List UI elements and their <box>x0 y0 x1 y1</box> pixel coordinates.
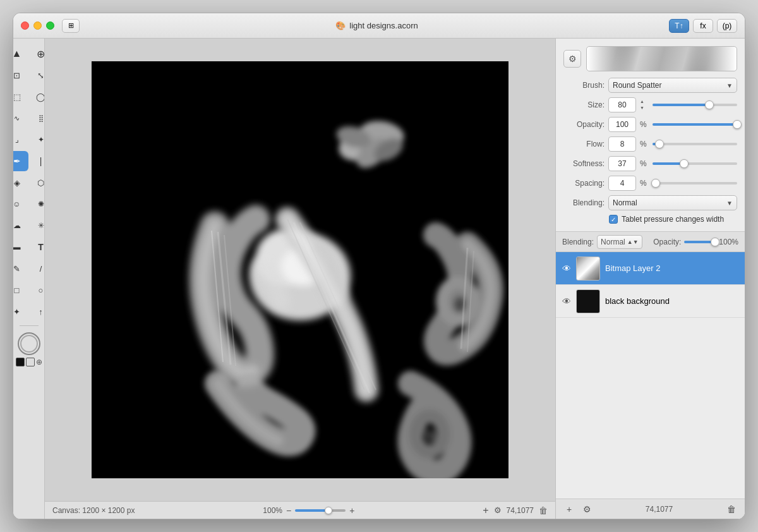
size-label: Size: <box>563 100 605 109</box>
opacity-row: Opacity: 100 % <box>563 117 737 132</box>
color-well[interactable] <box>18 332 40 355</box>
magic-wand-tool[interactable]: ⌟ <box>13 130 28 150</box>
layer-thumb-black <box>577 290 599 313</box>
size-down[interactable]: ▼ <box>640 105 649 111</box>
layers-blending-arrow: ▲▼ <box>627 239 639 245</box>
black-swatch[interactable] <box>16 358 25 366</box>
lasso-tool[interactable]: ∿ <box>13 108 28 128</box>
size-slider[interactable] <box>653 104 737 106</box>
blur-tool[interactable]: ✳ <box>30 215 45 236</box>
zoom-level: 100% <box>263 506 282 515</box>
p-button[interactable]: (p) <box>717 19 737 33</box>
settings-icon[interactable]: ⚙ <box>494 505 502 515</box>
close-button[interactable] <box>21 21 29 30</box>
zoom-tool[interactable]: ⊕ <box>30 44 45 64</box>
fx-button[interactable]: fx <box>693 19 713 33</box>
paint-brush-tool[interactable]: ✒ <box>13 151 28 171</box>
sidebar-toggle-button[interactable]: ⊞ <box>62 19 80 33</box>
tool-panel-button[interactable]: T↑ <box>669 19 689 33</box>
canvas-info: Canvas: 1200 × 1200 px <box>52 506 135 515</box>
layer-visibility-icon[interactable]: 👁 <box>562 263 571 274</box>
pencil-tool[interactable]: / <box>30 258 45 279</box>
select-tool[interactable]: ▲ <box>13 44 28 64</box>
spacing-input[interactable]: 4 <box>608 176 636 191</box>
opacity-slider[interactable] <box>684 241 716 243</box>
spacing-slider[interactable] <box>653 182 737 184</box>
zoom-minus-icon[interactable]: − <box>286 505 291 516</box>
zoom-slider[interactable] <box>295 509 346 512</box>
coordinates: 74,1077 <box>507 506 534 515</box>
trash-icon[interactable]: 🗑 <box>539 505 548 516</box>
softness-input[interactable]: 37 <box>608 156 636 171</box>
opacity-slider[interactable] <box>653 123 737 126</box>
layer-settings-btn[interactable]: ⚙ <box>580 502 594 516</box>
traffic-lights <box>21 21 54 30</box>
spacing-slider-thumb <box>651 179 660 188</box>
arrow-shape-tool[interactable]: ↑ <box>30 301 45 322</box>
text-tool[interactable]: T <box>30 237 45 257</box>
add-layer-icon[interactable]: + <box>483 505 488 516</box>
transform-tool[interactable]: ⤡ <box>30 65 45 85</box>
erase-tool[interactable]: ⬡ <box>30 172 45 193</box>
opacity-label: Opacity: <box>563 120 605 129</box>
star-tool[interactable]: ✦ <box>13 301 28 322</box>
canvas-area: Canvas: 1200 × 1200 px 100% − + + ⚙ 74,1… <box>45 39 555 519</box>
rect-shape-tool[interactable]: □ <box>13 280 28 300</box>
flow-slider[interactable] <box>653 143 737 145</box>
brush-panel-header: ⚙ <box>563 46 737 71</box>
layers-panel: Blending: Normal ▲▼ Opacity: 100% <box>556 232 745 519</box>
tool-row-5: ⌟ ✦ <box>13 130 45 150</box>
canvas[interactable] <box>92 61 508 478</box>
file-icon: 🎨 <box>335 21 346 30</box>
zoom-plus-icon[interactable]: + <box>349 505 354 516</box>
add-layer-btn[interactable]: + <box>562 502 576 516</box>
maximize-button[interactable] <box>46 21 54 30</box>
pen-tool[interactable]: ✎ <box>13 258 28 279</box>
minimize-button[interactable] <box>33 21 42 30</box>
delete-layer-btn[interactable]: 🗑 <box>725 502 738 516</box>
size-up[interactable]: ▲ <box>640 99 649 105</box>
focus-tool[interactable]: ✺ <box>30 194 45 214</box>
crop-tool[interactable]: ⊡ <box>13 65 28 85</box>
footer-coordinates: 74,1077 <box>646 505 673 514</box>
brush-dropdown[interactable]: Round Spatter ▼ <box>608 78 737 93</box>
rect-select-tool[interactable]: ⬚ <box>13 87 28 107</box>
tool-row-13: ✦ ↑ <box>13 301 45 322</box>
ellipse-shape-tool[interactable]: ○ <box>30 280 45 300</box>
tablet-checkbox-row: ✓ Tablet pressure changes width <box>563 215 737 224</box>
spray-tool[interactable]: ✦ <box>30 130 45 150</box>
blending-dropdown[interactable]: Normal ▼ <box>608 195 737 210</box>
size-input[interactable]: 80 <box>608 97 636 112</box>
clone-tool[interactable]: ☺ <box>13 194 28 214</box>
softness-slider[interactable] <box>653 162 737 165</box>
white-swatch[interactable] <box>26 358 35 366</box>
eyedropper-icon[interactable]: ⊕ <box>36 358 42 366</box>
line-tool[interactable]: | <box>30 151 45 171</box>
blending-row: Blending: Normal ▼ <box>563 195 737 210</box>
brush-preview <box>586 46 737 71</box>
layer-visibility-icon[interactable]: 👁 <box>562 296 571 306</box>
size-stepper[interactable]: ▲ ▼ <box>640 99 649 111</box>
layer-item[interactable]: 👁 black background <box>556 285 745 318</box>
layer-thumbnail <box>576 257 600 281</box>
flow-input[interactable]: 8 <box>608 136 636 152</box>
ellipse-select-tool[interactable]: ◯ <box>30 87 45 107</box>
polygon-select-tool[interactable]: ⣿ <box>30 108 45 128</box>
brush-settings-gear[interactable]: ⚙ <box>563 50 581 68</box>
tablet-checkbox[interactable]: ✓ <box>609 215 618 224</box>
layers-blending-dropdown[interactable]: Normal ▲▼ <box>597 235 642 249</box>
canvas-container[interactable] <box>45 39 555 501</box>
tool-row-3: ⬚ ◯ <box>13 87 45 107</box>
size-slider-fill <box>653 104 709 106</box>
spacing-row: Spacing: 4 % <box>563 176 737 191</box>
smudge-tool[interactable]: ☁ <box>13 215 28 236</box>
fill-tool[interactable]: ◈ <box>13 172 28 193</box>
blending-label: Blending: <box>563 198 605 207</box>
layer-name: black background <box>605 296 738 306</box>
layer-item[interactable]: 👁 Bitmap Layer 2 <box>556 252 745 285</box>
gradient-tool[interactable]: ▬ <box>13 237 28 257</box>
tool-row-7: ◈ ⬡ <box>13 172 45 193</box>
tool-row-8: ☺ ✺ <box>13 194 45 214</box>
color-well-inner <box>20 335 38 353</box>
opacity-input[interactable]: 100 <box>608 117 636 132</box>
